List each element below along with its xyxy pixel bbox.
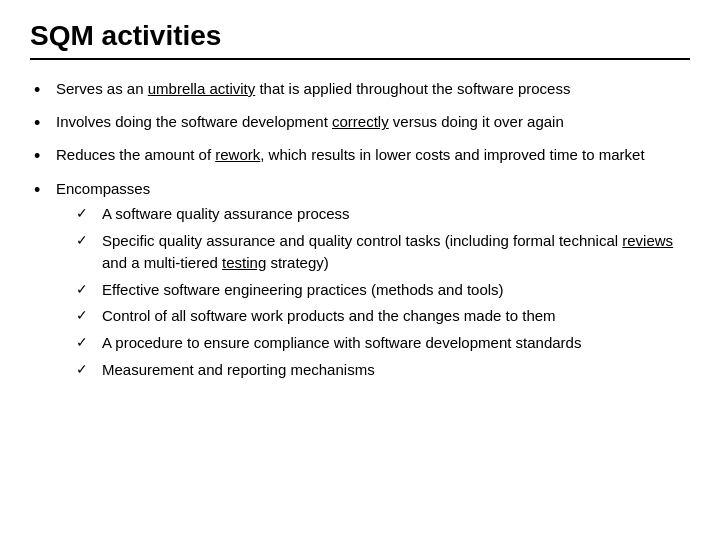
check-icon-1: ✓ — [76, 203, 98, 223]
underline-umbrella: umbrella activity — [148, 80, 256, 97]
check-icon-4: ✓ — [76, 305, 98, 325]
bullet-text-4: Encompasses ✓ A software quality assuran… — [56, 178, 690, 386]
check-icon-6: ✓ — [76, 359, 98, 379]
bullet-item-3: • Reduces the amount of rework, which re… — [30, 144, 690, 169]
sub-item-1: ✓ A software quality assurance process — [56, 203, 690, 225]
sub-text-2: Specific quality assurance and quality c… — [102, 230, 690, 274]
sub-text-5: A procedure to ensure compliance with so… — [102, 332, 690, 354]
sub-item-5: ✓ A procedure to ensure compliance with … — [56, 332, 690, 354]
bullet-dot-4: • — [34, 178, 52, 203]
sub-text-6: Measurement and reporting mechanisms — [102, 359, 690, 381]
bullet-text-3: Reduces the amount of rework, which resu… — [56, 144, 690, 166]
bullet-dot-3: • — [34, 144, 52, 169]
underline-reviews: reviews — [622, 232, 673, 249]
slide-container: SQM activities • Serves as an umbrella a… — [0, 0, 720, 540]
sub-text-4: Control of all software work products an… — [102, 305, 690, 327]
bullet-text-2: Involves doing the software development … — [56, 111, 690, 133]
bullet-dot-1: • — [34, 78, 52, 103]
bullet-dot-2: • — [34, 111, 52, 136]
main-bullet-list: • Serves as an umbrella activity that is… — [30, 78, 690, 386]
sub-item-6: ✓ Measurement and reporting mechanisms — [56, 359, 690, 381]
check-icon-3: ✓ — [76, 279, 98, 299]
underline-correctly: correctly — [332, 113, 389, 130]
sub-text-1: A software quality assurance process — [102, 203, 690, 225]
bullet-text-1: Serves as an umbrella activity that is a… — [56, 78, 690, 100]
check-icon-5: ✓ — [76, 332, 98, 352]
check-icon-2: ✓ — [76, 230, 98, 250]
slide-title: SQM activities — [30, 20, 690, 60]
bullet-item-2: • Involves doing the software developmen… — [30, 111, 690, 136]
sub-text-3: Effective software engineering practices… — [102, 279, 690, 301]
bullet-item-4: • Encompasses ✓ A software quality assur… — [30, 178, 690, 386]
slide-content: • Serves as an umbrella activity that is… — [30, 78, 690, 394]
bullet-item-1: • Serves as an umbrella activity that is… — [30, 78, 690, 103]
sub-item-2: ✓ Specific quality assurance and quality… — [56, 230, 690, 274]
underline-rework: rework — [215, 146, 260, 163]
sub-item-4: ✓ Control of all software work products … — [56, 305, 690, 327]
sub-item-3: ✓ Effective software engineering practic… — [56, 279, 690, 301]
underline-testing: testing — [222, 254, 266, 271]
sub-bullet-list: ✓ A software quality assurance process ✓… — [56, 203, 690, 380]
